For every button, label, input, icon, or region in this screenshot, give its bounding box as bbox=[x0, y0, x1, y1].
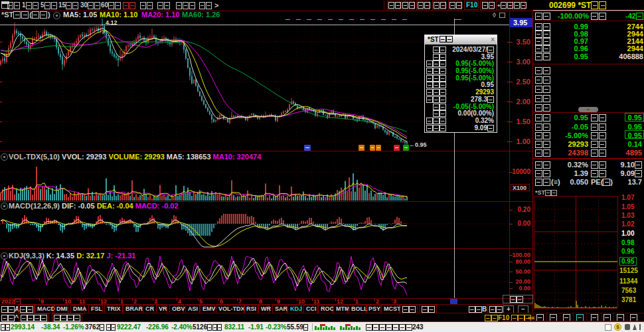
svg-text:←0.95: ←0.95 bbox=[409, 141, 427, 148]
